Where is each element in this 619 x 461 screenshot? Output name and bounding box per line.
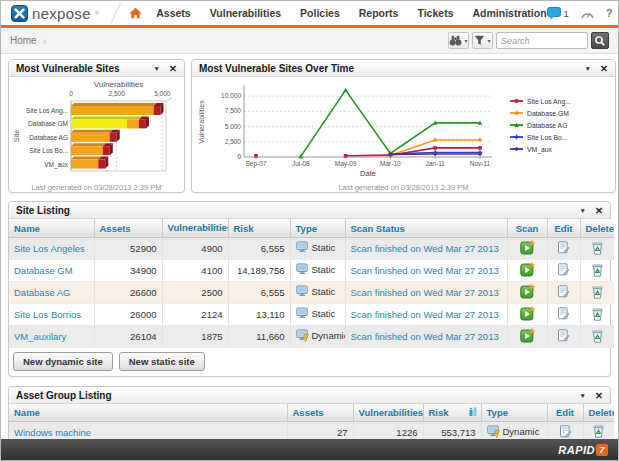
edit-site-button[interactable]: [557, 241, 570, 254]
panel-header: Site Listing ▼ ✕: [9, 202, 610, 219]
collapse-panel-icon[interactable]: ▼: [580, 207, 586, 214]
col-assets[interactable]: Assets: [287, 404, 353, 422]
notifications-button[interactable]: 1: [547, 7, 569, 20]
delete-trash-icon: [591, 307, 604, 321]
delete-site-button[interactable]: [591, 307, 604, 321]
collapse-panel-icon[interactable]: ▼: [585, 65, 591, 72]
delete-site-button[interactable]: [591, 329, 604, 343]
svg-text:Database AG: Database AG: [527, 122, 567, 129]
delete-site-button[interactable]: [591, 285, 604, 299]
delete-site-button[interactable]: [591, 263, 604, 277]
filter-button[interactable]: ▾: [472, 32, 493, 49]
edit-site-button[interactable]: [557, 285, 570, 298]
col-type[interactable]: Type: [290, 219, 345, 238]
svg-text:0: 0: [69, 90, 73, 97]
nav-menu-item[interactable]: Tickets: [417, 7, 453, 19]
find-assets-button[interactable]: ▾: [448, 32, 469, 49]
svg-text:Jul-08: Jul-08: [292, 160, 310, 167]
panel-header: Asset Group Listing ▼ ✕: [9, 387, 610, 404]
site-type: Static: [296, 285, 336, 298]
scan-now-button[interactable]: [520, 284, 535, 299]
site-listing-actions: New dynamic site New static site: [9, 348, 610, 376]
svg-text:Database GM: Database GM: [28, 120, 68, 127]
nav-menu-item[interactable]: Policies: [300, 7, 340, 19]
edit-group-button[interactable]: [559, 425, 572, 438]
svg-text:VM_aux: VM_aux: [44, 161, 69, 169]
scan-status-link[interactable]: Scan finished on Wed Mar 27 2013: [351, 265, 499, 276]
site-assets: 26000: [94, 304, 162, 326]
site-row: Database AG 26600 2500 6,555: [9, 282, 614, 304]
col-scan-status[interactable]: Scan Status: [345, 219, 507, 238]
site-risk: 11,660: [228, 326, 290, 348]
site-risk: 6,555: [228, 282, 290, 304]
col-risk[interactable]: Risk: [228, 219, 290, 238]
site-assets: 26600: [94, 282, 162, 304]
site-type: Static: [296, 263, 336, 276]
site-vulnerabilities: 4100: [162, 260, 228, 282]
nav-menu-item[interactable]: Vulnerabilities: [210, 7, 281, 19]
col-type[interactable]: Type: [481, 404, 547, 422]
search-input[interactable]: [496, 32, 588, 49]
nav-menu-item[interactable]: Administration: [472, 7, 546, 19]
site-name-link[interactable]: Database AG: [14, 287, 71, 298]
delete-group-button[interactable]: [592, 424, 605, 438]
site-assets: 52900: [94, 238, 162, 260]
col-vulnerabilities[interactable]: Vulnerabilities: [353, 404, 423, 422]
notification-count: 1: [564, 8, 569, 19]
site-vulnerabilities: 2500: [162, 282, 228, 304]
col-name[interactable]: Name: [9, 404, 287, 422]
site-name-link[interactable]: VM_auxilary: [14, 331, 66, 342]
sort-icon[interactable]: [469, 407, 478, 418]
help-button[interactable]: ?: [606, 7, 613, 19]
edit-site-button[interactable]: [557, 307, 570, 320]
delete-site-button[interactable]: [591, 241, 604, 255]
svg-text:VM_aux: VM_aux: [527, 146, 553, 154]
new-dynamic-site-button[interactable]: New dynamic site: [13, 352, 113, 371]
site-name-link[interactable]: Database GM: [14, 265, 73, 276]
col-vulnerabilities[interactable]: Vulnerabilities: [162, 219, 228, 238]
edit-site-button[interactable]: [557, 329, 570, 342]
close-panel-icon[interactable]: ✕: [169, 63, 177, 74]
asset-group-name-link[interactable]: Windows machine: [14, 427, 91, 438]
edit-icon: [557, 285, 570, 298]
col-delete: Delete: [580, 219, 614, 238]
svg-text:May-09: May-09: [335, 160, 357, 168]
nexpose-console: nexpose® AssetsVulnerabilitiesPoliciesRe…: [0, 0, 619, 461]
close-panel-icon[interactable]: ✕: [600, 63, 608, 74]
breadcrumb-home[interactable]: Home: [10, 35, 37, 46]
scan-now-button[interactable]: [520, 262, 535, 277]
search-button[interactable]: [591, 32, 609, 49]
edit-site-button[interactable]: [557, 263, 570, 276]
col-risk[interactable]: Risk: [423, 404, 481, 422]
site-name-link[interactable]: Site Los Borrios: [14, 309, 81, 320]
new-static-site-button[interactable]: New static site: [119, 352, 205, 371]
col-assets[interactable]: Assets: [94, 219, 162, 238]
scan-status-link[interactable]: Scan finished on Wed Mar 27 2013: [351, 331, 499, 342]
edit-icon: [557, 329, 570, 342]
scan-now-button[interactable]: [520, 328, 535, 343]
scan-status-link[interactable]: Scan finished on Wed Mar 27 2013: [351, 243, 499, 254]
nav-menu-item[interactable]: Assets: [156, 7, 190, 19]
top-nav: nexpose® AssetsVulnerabilitiesPoliciesRe…: [1, 1, 618, 28]
close-panel-icon[interactable]: ✕: [595, 390, 603, 401]
svg-text:Sep-07: Sep-07: [246, 160, 267, 168]
news-button[interactable]: [580, 8, 595, 19]
close-panel-icon[interactable]: ✕: [595, 205, 603, 216]
home-nav-button[interactable]: [129, 7, 142, 19]
scan-status-link[interactable]: Scan finished on Wed Mar 27 2013: [351, 309, 499, 320]
nav-menu-item[interactable]: Reports: [359, 7, 399, 19]
chevron-down-icon: ▾: [464, 37, 467, 44]
collapse-panel-icon[interactable]: ▼: [154, 65, 160, 72]
svg-text:7,500: 7,500: [225, 107, 242, 114]
site-name-link[interactable]: Site Los Angeles: [14, 243, 85, 254]
scan-now-button[interactable]: [520, 240, 535, 255]
site-row: Database GM 34900 4100 14,189,756: [9, 260, 614, 282]
site-type-icon: [296, 329, 309, 342]
panel-header: Most Vulnerable Sites Over Time ▼ ✕: [192, 60, 615, 77]
scan-status-link[interactable]: Scan finished on Wed Mar 27 2013: [351, 287, 499, 298]
col-name[interactable]: Name: [9, 219, 94, 238]
nexpose-logo[interactable]: nexpose®: [11, 5, 99, 22]
site-vulnerabilities: 4900: [162, 238, 228, 260]
scan-now-button[interactable]: [520, 306, 535, 321]
collapse-panel-icon[interactable]: ▼: [580, 392, 586, 399]
